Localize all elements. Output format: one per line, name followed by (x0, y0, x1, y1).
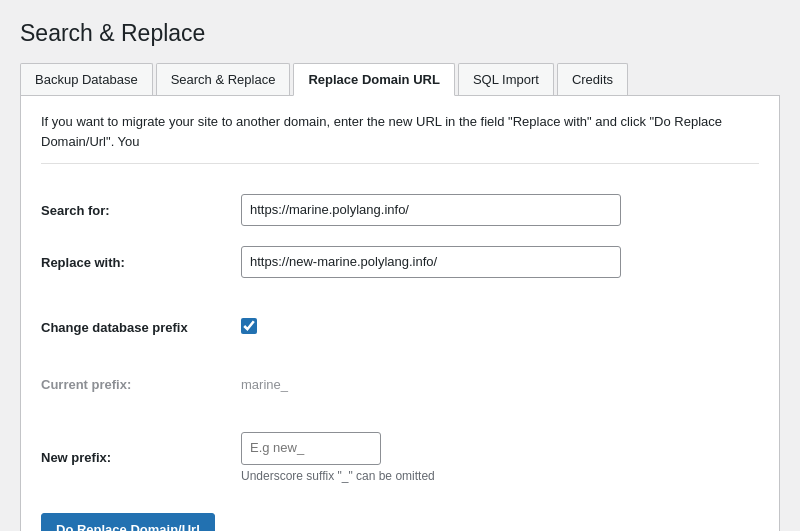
current-prefix-label: Current prefix: (41, 367, 241, 402)
change-prefix-label: Change database prefix (41, 308, 241, 347)
change-prefix-row: Change database prefix (41, 308, 759, 347)
tab-replace-domain[interactable]: Replace Domain URL (293, 63, 454, 96)
search-for-row: Search for: (41, 184, 759, 236)
search-for-input[interactable] (241, 194, 621, 226)
new-prefix-input[interactable] (241, 432, 381, 464)
tab-backup[interactable]: Backup Database (20, 63, 153, 95)
tab-search-replace[interactable]: Search & Replace (156, 63, 291, 95)
submit-button[interactable]: Do Replace Domain/Url (41, 513, 215, 531)
change-prefix-checkbox[interactable] (241, 318, 257, 334)
current-prefix-value: marine_ (241, 367, 759, 402)
spacer-row (41, 288, 759, 308)
replace-with-label: Replace with: (41, 236, 241, 288)
replace-with-row: Replace with: (41, 236, 759, 288)
current-prefix-row: Current prefix: marine_ (41, 367, 759, 402)
page-title: Search & Replace (20, 20, 780, 47)
new-prefix-hint: Underscore suffix "_" can be omitted (241, 469, 759, 483)
tab-sql-import[interactable]: SQL Import (458, 63, 554, 95)
tab-bar: Backup Database Search & Replace Replace… (20, 63, 780, 96)
spacer-row-3 (41, 402, 759, 422)
replace-with-input[interactable] (241, 246, 621, 278)
new-prefix-label: New prefix: (41, 422, 241, 492)
spacer-row-2 (41, 347, 759, 367)
tab-credits[interactable]: Credits (557, 63, 628, 95)
new-prefix-row: New prefix: Underscore suffix "_" can be… (41, 422, 759, 492)
content-area: If you want to migrate your site to anot… (20, 96, 780, 531)
form-table: Search for: Replace with: Change databas… (41, 184, 759, 493)
info-text: If you want to migrate your site to anot… (41, 112, 759, 164)
search-for-label: Search for: (41, 184, 241, 236)
